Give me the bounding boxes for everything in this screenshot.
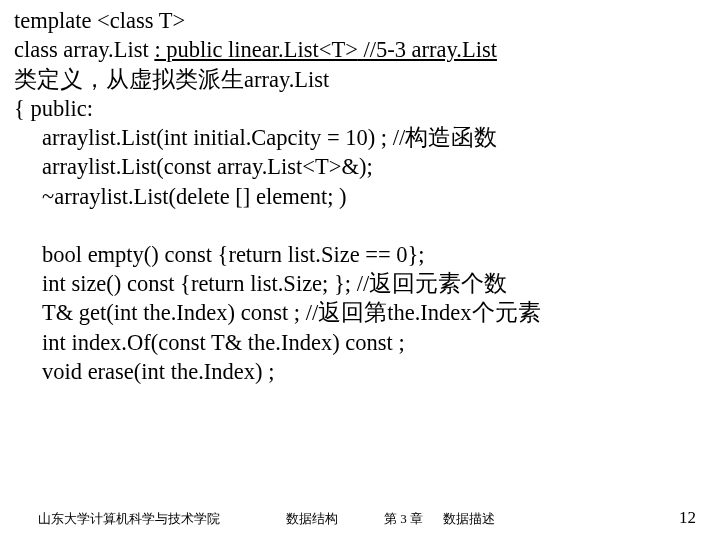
- class-decl: class array.List: [14, 37, 154, 62]
- code-line: { public:: [14, 94, 706, 123]
- blank-line: [14, 211, 706, 240]
- code-line: template <class T>: [14, 6, 706, 35]
- code-line: void erase(int the.Index) ;: [14, 357, 706, 386]
- code-line: 类定义，从虚拟类派生array.List: [14, 65, 706, 94]
- slide-body: template <class T> class array.List : pu…: [0, 0, 720, 386]
- page-number: 12: [679, 508, 696, 528]
- code-line: int size() const {return list.Size; }; /…: [14, 269, 706, 298]
- code-line: int index.Of(const T& the.Index) const ;: [14, 328, 706, 357]
- code-line: class array.List : public linear.List<T>…: [14, 35, 706, 64]
- code-line: bool empty() const {return list.Size == …: [14, 240, 706, 269]
- comment: //5-3 array.List: [358, 37, 497, 62]
- code-line: arraylist.List(const array.List<T>&);: [14, 152, 706, 181]
- footer-org: 山东大学计算机科学与技术学院: [38, 510, 220, 528]
- footer-chapter: 第 3 章: [384, 510, 423, 528]
- code-line: ~arraylist.List(delete [] element; ): [14, 182, 706, 211]
- linear-list-link[interactable]: : public linear.List<T>: [154, 37, 357, 62]
- code-line: T& get(int the.Index) const ; //返回第the.I…: [14, 298, 706, 327]
- slide-footer: 山东大学计算机科学与技术学院 数据结构 第 3 章 数据描述 12: [0, 508, 720, 528]
- code-line: arraylist.List(int initial.Capcity = 10)…: [14, 123, 706, 152]
- footer-course: 数据结构: [286, 510, 338, 528]
- footer-subject: 数据描述: [443, 510, 495, 528]
